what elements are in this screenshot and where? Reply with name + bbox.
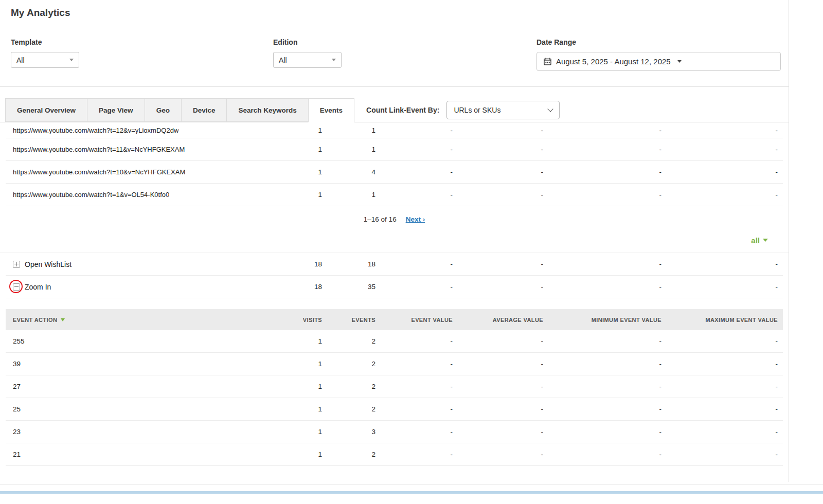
event-group-row[interactable]: Zoom In 18 35 - - - - xyxy=(6,276,783,298)
url-cell: https://www.youtube.com/watch?t=10&v=NcY… xyxy=(13,168,185,176)
group-filter-dropdown[interactable]: all xyxy=(751,236,768,245)
minimum-event-value-cell: - xyxy=(543,168,661,176)
minus-icon xyxy=(14,286,19,287)
events-cell: 1 xyxy=(322,127,375,134)
tab-label: Events xyxy=(320,106,343,114)
maximum-event-value-cell: - xyxy=(661,405,783,413)
tab-device[interactable]: Device xyxy=(181,98,227,122)
event-group-row[interactable]: Open WishList 18 18 - - - - xyxy=(6,253,783,276)
url-cell: https://www.youtube.com/watch?t=11&v=NcY… xyxy=(13,146,185,153)
table-row[interactable]: 21 1 2 - - - - xyxy=(6,443,783,466)
calendar-icon xyxy=(544,58,551,65)
visits-cell: 1 xyxy=(271,146,322,153)
header-minimum-event-value[interactable]: MINIMUM EVENT VALUE xyxy=(543,317,661,323)
event-value-cell: - xyxy=(375,428,453,436)
event-action-cell: 255 xyxy=(6,337,271,345)
tab-label: Page View xyxy=(99,106,133,114)
events-cell: 2 xyxy=(322,383,375,390)
visits-cell: 18 xyxy=(271,260,322,268)
header-events[interactable]: EVENTS xyxy=(322,317,375,323)
events-cell: 35 xyxy=(322,283,375,291)
count-by-select[interactable]: URLs or SKUs xyxy=(446,101,560,119)
table-row[interactable]: https://www.youtube.com/watch?t=12&v=yLi… xyxy=(6,122,783,138)
pagination-next-link[interactable]: Next › xyxy=(406,215,425,223)
event-group-label: Open WishList xyxy=(25,260,71,268)
chevron-down-icon xyxy=(677,60,682,63)
event-value-cell: - xyxy=(375,146,453,153)
event-table-header: EVENT ACTION VISITS EVENTS EVENT VALUE A… xyxy=(6,309,783,330)
tab-page-view[interactable]: Page View xyxy=(87,98,145,122)
table-row[interactable]: 255 1 2 - - - - xyxy=(6,330,783,353)
visits-cell: 1 xyxy=(271,405,322,413)
header-average-value[interactable]: AVERAGE VALUE xyxy=(453,317,543,323)
minimum-event-value-cell: - xyxy=(543,405,661,413)
tab-geo[interactable]: Geo xyxy=(145,98,182,122)
minimum-event-value-cell: - xyxy=(543,260,661,268)
event-action-cell: 39 xyxy=(6,360,271,368)
count-by-label: Count Link-Event By: xyxy=(366,106,439,114)
table-row[interactable]: https://www.youtube.com/watch?t=10&v=NcY… xyxy=(6,161,783,184)
url-cell: https://www.youtube.com/watch?t=1&v=OL54… xyxy=(13,191,169,199)
filter-card: My Analytics Template All Edition All Da… xyxy=(0,0,789,87)
event-value-cell: - xyxy=(375,260,453,268)
header-event-value[interactable]: EVENT VALUE xyxy=(375,317,453,323)
average-value-cell: - xyxy=(453,168,543,176)
visits-cell: 1 xyxy=(271,383,322,390)
maximum-event-value-cell: - xyxy=(661,127,783,134)
expand-plus-button[interactable] xyxy=(13,261,20,268)
header-event-action[interactable]: EVENT ACTION xyxy=(6,317,271,323)
chevron-down-icon xyxy=(763,239,768,242)
collapse-minus-button[interactable] xyxy=(13,283,20,291)
event-value-cell: - xyxy=(375,405,453,413)
visits-cell: 18 xyxy=(271,283,322,291)
tab-label: General Overview xyxy=(17,106,76,114)
table-row[interactable]: https://www.youtube.com/watch?t=11&v=NcY… xyxy=(6,138,783,161)
average-value-cell: - xyxy=(453,283,543,291)
average-value-cell: - xyxy=(453,127,543,134)
events-cell: 4 xyxy=(322,168,375,176)
table-row[interactable]: 39 1 2 - - - - xyxy=(6,353,783,375)
visits-cell: 1 xyxy=(271,428,322,436)
minimum-event-value-cell: - xyxy=(543,428,661,436)
average-value-cell: - xyxy=(453,260,543,268)
table-row[interactable]: https://www.youtube.com/watch?t=1&v=OL54… xyxy=(6,184,783,206)
header-maximum-event-value[interactable]: MAXIMUM EVENT VALUE xyxy=(661,317,783,323)
tab-general-overview[interactable]: General Overview xyxy=(5,98,87,122)
table-row[interactable]: 25 1 2 - - - - xyxy=(6,398,783,421)
date-range-picker[interactable]: August 5, 2025 - August 12, 2025 xyxy=(536,52,781,71)
average-value-cell: - xyxy=(453,451,543,458)
date-range-value: August 5, 2025 - August 12, 2025 xyxy=(556,57,671,66)
maximum-event-value-cell: - xyxy=(661,383,783,390)
table-row[interactable]: 27 1 2 - - - - xyxy=(6,375,783,398)
maximum-event-value-cell: - xyxy=(661,191,783,199)
average-value-cell: - xyxy=(453,428,543,436)
visits-cell: 1 xyxy=(271,191,322,199)
event-action-cell: 23 xyxy=(6,428,271,436)
url-table: https://www.youtube.com/watch?t=12&v=yLi… xyxy=(0,122,789,206)
tab-label: Device xyxy=(193,106,216,114)
visits-cell: 1 xyxy=(271,127,322,134)
event-value-cell: - xyxy=(375,168,453,176)
url-cell: https://www.youtube.com/watch?t=12&v=yLi… xyxy=(13,127,178,134)
edition-filter: Edition All xyxy=(273,38,342,68)
page-title: My Analytics xyxy=(11,7,70,19)
template-select[interactable]: All xyxy=(11,52,79,68)
visits-cell: 1 xyxy=(271,168,322,176)
edition-select[interactable]: All xyxy=(273,52,342,68)
minimum-event-value-cell: - xyxy=(543,383,661,390)
chevron-down-icon xyxy=(332,59,336,61)
footer-accent-bar xyxy=(0,491,823,494)
table-row[interactable]: 23 1 3 - - - - xyxy=(6,421,783,443)
average-value-cell: - xyxy=(453,337,543,345)
visits-cell: 1 xyxy=(271,451,322,458)
events-cell: 2 xyxy=(322,405,375,413)
maximum-event-value-cell: - xyxy=(661,283,783,291)
tab-label: Geo xyxy=(156,106,170,114)
header-visits[interactable]: VISITS xyxy=(271,317,322,323)
minimum-event-value-cell: - xyxy=(543,127,661,134)
visits-cell: 1 xyxy=(271,337,322,345)
event-value-cell: - xyxy=(375,383,453,390)
tab-events[interactable]: Events xyxy=(308,98,354,122)
template-filter: Template All xyxy=(11,38,79,68)
tab-search-keywords[interactable]: Search Keywords xyxy=(226,98,308,122)
